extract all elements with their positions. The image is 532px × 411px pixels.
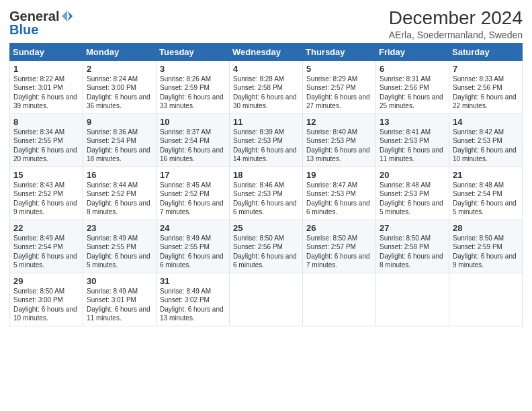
calendar-cell: [303, 273, 376, 326]
cell-info: Sunrise: 8:26 AMSunset: 2:59 PMDaylight:…: [160, 75, 224, 110]
day-number: 20: [380, 170, 446, 180]
day-number: 31: [160, 276, 226, 286]
calendar-cell: 3 Sunrise: 8:26 AMSunset: 2:59 PMDayligh…: [157, 60, 230, 113]
cell-info: Sunrise: 8:40 AMSunset: 2:53 PMDaylight:…: [306, 128, 370, 163]
day-number: 15: [13, 170, 80, 180]
calendar-week-row: 15 Sunrise: 8:43 AMSunset: 2:52 PMDaylig…: [10, 167, 523, 220]
cell-info: Sunrise: 8:50 AMSunset: 3:00 PMDaylight:…: [13, 287, 77, 322]
cell-info: Sunrise: 8:50 AMSunset: 2:57 PMDaylight:…: [306, 234, 370, 269]
cell-info: Sunrise: 8:45 AMSunset: 2:52 PMDaylight:…: [160, 181, 224, 216]
header: General Blue December 2024 AErla, Soeder…: [9, 7, 523, 40]
title-area: December 2024 AErla, Soedermanland, Swed…: [389, 7, 523, 40]
cell-info: Sunrise: 8:43 AMSunset: 2:52 PMDaylight:…: [13, 181, 77, 216]
day-number: 22: [13, 223, 80, 233]
day-number: 26: [306, 223, 373, 233]
calendar-cell: 14 Sunrise: 8:42 AMSunset: 2:53 PMDaylig…: [449, 113, 523, 167]
main-container: General Blue December 2024 AErla, Soeder…: [0, 0, 532, 333]
cell-info: Sunrise: 8:48 AMSunset: 2:53 PMDaylight:…: [380, 181, 443, 216]
day-number: 29: [13, 276, 80, 286]
day-number: 21: [453, 170, 519, 180]
calendar-cell: 26 Sunrise: 8:50 AMSunset: 2:57 PMDaylig…: [303, 220, 376, 273]
calendar-cell: [230, 273, 303, 326]
weekday-header: Thursday: [303, 43, 376, 60]
weekday-header: Friday: [376, 43, 449, 60]
logo-icon: [60, 9, 74, 23]
cell-info: Sunrise: 8:31 AMSunset: 2:56 PMDaylight:…: [380, 75, 443, 110]
calendar-cell: 30 Sunrise: 8:49 AMSunset: 3:01 PMDaylig…: [83, 273, 157, 326]
calendar-table: SundayMondayTuesdayWednesdayThursdayFrid…: [9, 43, 523, 326]
calendar-cell: 13 Sunrise: 8:41 AMSunset: 2:53 PMDaylig…: [376, 113, 449, 167]
cell-info: Sunrise: 8:39 AMSunset: 2:53 PMDaylight:…: [233, 128, 297, 163]
cell-info: Sunrise: 8:41 AMSunset: 2:53 PMDaylight:…: [380, 128, 443, 163]
day-number: 3: [160, 64, 226, 74]
calendar-cell: 9 Sunrise: 8:36 AMSunset: 2:54 PMDayligh…: [83, 113, 157, 167]
calendar-cell: 5 Sunrise: 8:29 AMSunset: 2:57 PMDayligh…: [303, 60, 376, 113]
calendar-header-row: SundayMondayTuesdayWednesdayThursdayFrid…: [10, 43, 523, 60]
logo: General Blue: [9, 9, 74, 36]
calendar-cell: 28 Sunrise: 8:50 AMSunset: 2:59 PMDaylig…: [449, 220, 523, 273]
weekday-header: Tuesday: [157, 43, 230, 60]
cell-info: Sunrise: 8:47 AMSunset: 2:53 PMDaylight:…: [306, 181, 370, 216]
day-number: 28: [453, 223, 519, 233]
cell-info: Sunrise: 8:36 AMSunset: 2:54 PMDaylight:…: [87, 128, 150, 163]
calendar-week-row: 1 Sunrise: 8:22 AMSunset: 3:01 PMDayligh…: [10, 60, 523, 113]
day-number: 1: [13, 64, 80, 74]
cell-info: Sunrise: 8:50 AMSunset: 2:58 PMDaylight:…: [380, 234, 443, 269]
day-number: 25: [233, 223, 300, 233]
cell-info: Sunrise: 8:50 AMSunset: 2:56 PMDaylight:…: [233, 234, 297, 269]
day-number: 19: [306, 170, 373, 180]
day-number: 6: [380, 64, 446, 74]
cell-info: Sunrise: 8:49 AMSunset: 2:55 PMDaylight:…: [160, 234, 224, 269]
cell-info: Sunrise: 8:50 AMSunset: 2:59 PMDaylight:…: [453, 234, 517, 269]
calendar-cell: 18 Sunrise: 8:46 AMSunset: 2:53 PMDaylig…: [230, 167, 303, 220]
calendar-cell: 29 Sunrise: 8:50 AMSunset: 3:00 PMDaylig…: [10, 273, 83, 326]
calendar-cell: 10 Sunrise: 8:37 AMSunset: 2:54 PMDaylig…: [157, 113, 230, 167]
calendar-cell: 23 Sunrise: 8:49 AMSunset: 2:55 PMDaylig…: [83, 220, 157, 273]
day-number: 13: [380, 117, 446, 127]
calendar-cell: 24 Sunrise: 8:49 AMSunset: 2:55 PMDaylig…: [157, 220, 230, 273]
cell-info: Sunrise: 8:24 AMSunset: 3:00 PMDaylight:…: [87, 75, 150, 110]
cell-info: Sunrise: 8:29 AMSunset: 2:57 PMDaylight:…: [306, 75, 370, 110]
calendar-week-row: 22 Sunrise: 8:49 AMSunset: 2:54 PMDaylig…: [10, 220, 523, 273]
calendar-cell: 12 Sunrise: 8:40 AMSunset: 2:53 PMDaylig…: [303, 113, 376, 167]
calendar-week-row: 8 Sunrise: 8:34 AMSunset: 2:55 PMDayligh…: [10, 113, 523, 167]
day-number: 9: [87, 117, 153, 127]
day-number: 2: [87, 64, 153, 74]
day-number: 18: [233, 170, 300, 180]
cell-info: Sunrise: 8:49 AMSunset: 2:55 PMDaylight:…: [87, 234, 150, 269]
day-number: 12: [306, 117, 373, 127]
calendar-cell: 6 Sunrise: 8:31 AMSunset: 2:56 PMDayligh…: [376, 60, 449, 113]
calendar-cell: 21 Sunrise: 8:48 AMSunset: 2:54 PMDaylig…: [449, 167, 523, 220]
day-number: 8: [13, 117, 80, 127]
calendar-cell: 22 Sunrise: 8:49 AMSunset: 2:54 PMDaylig…: [10, 220, 83, 273]
day-number: 7: [453, 64, 519, 74]
day-number: 16: [87, 170, 153, 180]
calendar-cell: 1 Sunrise: 8:22 AMSunset: 3:01 PMDayligh…: [10, 60, 83, 113]
calendar-cell: 2 Sunrise: 8:24 AMSunset: 3:00 PMDayligh…: [83, 60, 157, 113]
day-number: 24: [160, 223, 226, 233]
day-number: 14: [453, 117, 519, 127]
calendar-cell: 11 Sunrise: 8:39 AMSunset: 2:53 PMDaylig…: [230, 113, 303, 167]
calendar-cell: 16 Sunrise: 8:44 AMSunset: 2:52 PMDaylig…: [83, 167, 157, 220]
day-number: 23: [87, 223, 153, 233]
day-number: 5: [306, 64, 373, 74]
cell-info: Sunrise: 8:28 AMSunset: 2:58 PMDaylight:…: [233, 75, 297, 110]
day-number: 27: [380, 223, 446, 233]
cell-info: Sunrise: 8:49 AMSunset: 3:01 PMDaylight:…: [87, 287, 150, 322]
calendar-cell: [449, 273, 523, 326]
day-number: 30: [87, 276, 153, 286]
day-number: 17: [160, 170, 226, 180]
weekday-header: Monday: [83, 43, 157, 60]
calendar-cell: [376, 273, 449, 326]
cell-info: Sunrise: 8:34 AMSunset: 2:55 PMDaylight:…: [13, 128, 77, 163]
main-title: December 2024: [389, 7, 523, 30]
logo-blue-text: Blue: [9, 23, 38, 36]
day-number: 10: [160, 117, 226, 127]
weekday-header: Wednesday: [230, 43, 303, 60]
cell-info: Sunrise: 8:42 AMSunset: 2:53 PMDaylight:…: [453, 128, 517, 163]
calendar-cell: 17 Sunrise: 8:45 AMSunset: 2:52 PMDaylig…: [157, 167, 230, 220]
calendar-cell: 7 Sunrise: 8:33 AMSunset: 2:56 PMDayligh…: [449, 60, 523, 113]
cell-info: Sunrise: 8:22 AMSunset: 3:01 PMDaylight:…: [13, 75, 77, 110]
day-number: 11: [233, 117, 300, 127]
cell-info: Sunrise: 8:46 AMSunset: 2:53 PMDaylight:…: [233, 181, 297, 216]
